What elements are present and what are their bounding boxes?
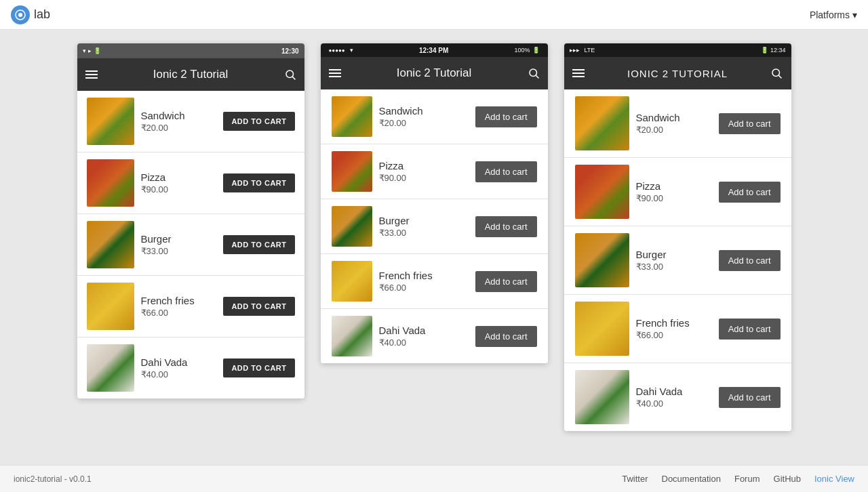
- food-price: ₹90.00: [141, 184, 217, 194]
- menu-list-material: Sandwich ₹20.00 Add to cart Pizza ₹90.00…: [564, 89, 791, 431]
- add-to-cart-button[interactable]: ADD TO CART: [223, 235, 294, 254]
- food-image-pizza-1: [87, 159, 134, 207]
- food-name: French fries: [141, 295, 217, 306]
- status-icons-left-material: ▸▸▸ LTE: [570, 47, 595, 54]
- list-item: Burger ₹33.00 Add to cart: [321, 199, 548, 254]
- list-item: French fries ₹66.00 Add to cart: [321, 254, 548, 309]
- add-to-cart-button[interactable]: Add to cart: [719, 250, 781, 271]
- food-price: ₹20.00: [379, 118, 469, 128]
- food-name: Sandwich: [141, 110, 217, 121]
- food-info-pizza-1: Pizza ₹90.00: [141, 171, 217, 194]
- app-logo: lab: [11, 5, 50, 24]
- svg-point-6: [772, 69, 780, 77]
- add-to-cart-button[interactable]: Add to cart: [719, 113, 781, 134]
- svg-point-1: [18, 13, 22, 17]
- add-to-cart-button[interactable]: ADD TO CART: [223, 297, 294, 316]
- search-icon-android[interactable]: [284, 68, 296, 81]
- status-icons-right-ios: 100% 🔋: [514, 47, 539, 54]
- footer-link-documentation[interactable]: Documentation: [662, 474, 721, 484]
- list-item: Pizza ₹90.00 Add to cart: [321, 144, 548, 199]
- menu-list-android: Sandwich ₹20.00 ADD TO CART Pizza ₹90.00…: [77, 91, 304, 398]
- add-to-cart-button[interactable]: Add to cart: [719, 319, 781, 340]
- food-info-fries-3: French fries ₹66.00: [636, 317, 712, 340]
- footer-link-twitter[interactable]: Twitter: [622, 474, 648, 484]
- status-icons-left-ios: ●●●●● ▾: [329, 47, 353, 54]
- menu-icon-ios[interactable]: [329, 69, 341, 77]
- food-name: Pizza: [141, 171, 217, 183]
- menu-icon-android[interactable]: [85, 70, 98, 79]
- add-to-cart-button[interactable]: ADD TO CART: [223, 358, 294, 377]
- food-price: ₹33.00: [636, 262, 712, 272]
- app-header-ios: Ionic 2 Tutorial: [321, 57, 548, 89]
- list-item: French fries ₹66.00 ADD TO CART: [77, 276, 304, 337]
- food-image-burger-1: [87, 221, 134, 268]
- food-image-dahi-3: [575, 370, 629, 424]
- food-image-sandwich-3: [575, 96, 629, 150]
- add-to-cart-button[interactable]: ADD TO CART: [223, 112, 294, 131]
- food-info-burger-2: Burger ₹33.00: [379, 215, 469, 238]
- food-name: Pizza: [379, 160, 469, 171]
- food-info-pizza-2: Pizza ₹90.00: [379, 160, 469, 183]
- food-name: Burger: [379, 215, 469, 226]
- add-to-cart-button[interactable]: Add to cart: [475, 216, 537, 237]
- status-icons-right-material: 🔋 12:34: [761, 47, 786, 54]
- food-info-dahi-2: Dahi Vada ₹40.00: [379, 325, 469, 348]
- list-item: Sandwich ₹20.00 Add to cart: [321, 89, 548, 144]
- phone-material-mockup: ▸▸▸ LTE 🔋 12:34 IONIC 2 TUTORIAL Sandw: [564, 43, 791, 431]
- food-info-dahi-3: Dahi Vada ₹40.00: [636, 386, 712, 409]
- food-image-dahi-1: [87, 344, 134, 392]
- food-name: French fries: [379, 270, 469, 281]
- food-price: ₹33.00: [379, 228, 469, 238]
- list-item: Sandwich ₹20.00 Add to cart: [564, 89, 791, 158]
- list-item: Burger ₹33.00 Add to cart: [564, 226, 791, 295]
- food-price: ₹66.00: [379, 283, 469, 293]
- add-to-cart-button[interactable]: Add to cart: [475, 326, 537, 347]
- food-name: Dahi Vada: [141, 356, 217, 368]
- add-to-cart-button[interactable]: Add to cart: [475, 106, 537, 127]
- food-name: Dahi Vada: [379, 325, 469, 336]
- food-image-burger-3: [575, 233, 629, 287]
- food-info-fries-1: French fries ₹66.00: [141, 295, 217, 318]
- status-bar-material: ▸▸▸ LTE 🔋 12:34: [564, 43, 791, 57]
- food-image-fries-3: [575, 302, 629, 356]
- footer-link-ionic-view[interactable]: Ionic View: [814, 474, 854, 484]
- add-to-cart-button[interactable]: Add to cart: [475, 161, 537, 182]
- food-price: ₹66.00: [636, 330, 712, 340]
- app-title-ios: Ionic 2 Tutorial: [397, 66, 472, 80]
- food-info-sandwich-3: Sandwich ₹20.00: [636, 112, 712, 135]
- svg-line-7: [779, 75, 782, 78]
- app-header-android: Ionic 2 Tutorial: [77, 58, 304, 91]
- footer-link-github[interactable]: GitHub: [774, 474, 801, 484]
- menu-list-ios: Sandwich ₹20.00 Add to cart Pizza ₹90.00…: [321, 89, 548, 363]
- status-icons-left: ▾ ▸ 🔋: [83, 47, 101, 54]
- food-name: Sandwich: [379, 105, 469, 117]
- food-image-sandwich-2: [332, 96, 372, 137]
- svg-line-5: [536, 75, 538, 78]
- food-price: ₹20.00: [636, 125, 712, 135]
- status-time-android: 12:30: [281, 47, 299, 55]
- phone-ios-mockup: ●●●●● ▾ 12:34 PM 100% 🔋 Ionic 2 Tutorial: [321, 43, 548, 363]
- search-icon-material[interactable]: [770, 67, 783, 79]
- food-image-dahi-2: [332, 316, 372, 356]
- food-image-fries-2: [332, 261, 372, 302]
- menu-icon-material[interactable]: [572, 69, 585, 77]
- list-item: Dahi Vada ₹40.00 Add to cart: [564, 363, 791, 431]
- add-to-cart-button[interactable]: Add to cart: [719, 387, 781, 408]
- list-item: Dahi Vada ₹40.00 Add to cart: [321, 309, 548, 363]
- footer-link-forum[interactable]: Forum: [734, 474, 760, 484]
- list-item: Sandwich ₹20.00 ADD TO CART: [77, 91, 304, 152]
- platforms-label: Platforms: [810, 9, 850, 20]
- platforms-dropdown[interactable]: Platforms ▾: [810, 9, 857, 20]
- food-image-burger-2: [332, 206, 372, 247]
- search-icon-ios[interactable]: [528, 67, 540, 79]
- app-header-material: IONIC 2 TUTORIAL: [564, 57, 791, 89]
- food-image-pizza-3: [575, 165, 629, 219]
- add-to-cart-button[interactable]: ADD TO CART: [223, 173, 294, 192]
- list-item: French fries ₹66.00 Add to cart: [564, 295, 791, 363]
- add-to-cart-button[interactable]: Add to cart: [719, 182, 781, 203]
- food-info-burger-1: Burger ₹33.00: [141, 233, 217, 256]
- list-item: Burger ₹33.00 ADD TO CART: [77, 214, 304, 276]
- add-to-cart-button[interactable]: Add to cart: [475, 271, 537, 292]
- status-time-ios: 12:34 PM: [419, 47, 448, 54]
- svg-point-4: [530, 69, 537, 77]
